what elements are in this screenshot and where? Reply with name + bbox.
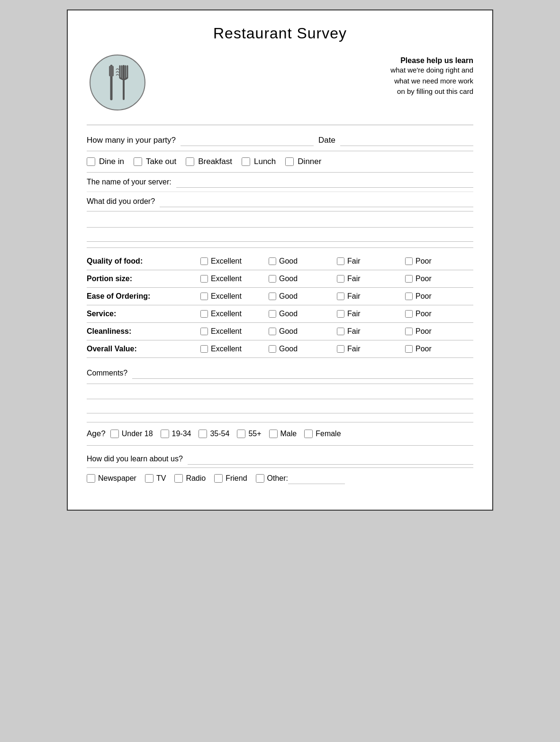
- portion-poor[interactable]: Poor: [405, 275, 473, 283]
- age-55plus[interactable]: 55+: [237, 430, 261, 438]
- learn-other-checkbox[interactable]: [256, 474, 264, 483]
- service-fair[interactable]: Fair: [337, 310, 405, 318]
- ease-poor-checkbox[interactable]: [405, 293, 413, 300]
- portion-poor-checkbox[interactable]: [405, 275, 413, 283]
- rating-row-quality: Quality of food: Excellent Good Fair Poo…: [87, 253, 473, 270]
- order-input[interactable]: [160, 196, 473, 207]
- ease-poor[interactable]: Poor: [405, 292, 473, 301]
- take-out-option[interactable]: Take out: [134, 157, 176, 166]
- service-excellent[interactable]: Excellent: [200, 310, 269, 318]
- age-35-54[interactable]: 35-54: [199, 430, 229, 438]
- learn-other-label: Other:: [267, 474, 288, 483]
- service-good-checkbox[interactable]: [269, 310, 276, 318]
- learn-newspaper[interactable]: Newspaper: [87, 474, 136, 483]
- quality-fair[interactable]: Fair: [337, 257, 405, 266]
- party-label: How many in your party?: [87, 136, 181, 145]
- service-good[interactable]: Good: [269, 310, 337, 318]
- dine-in-checkbox[interactable]: [87, 157, 95, 166]
- ease-good[interactable]: Good: [269, 292, 337, 301]
- value-good[interactable]: Good: [269, 345, 337, 353]
- quality-fair-checkbox[interactable]: [337, 257, 344, 265]
- gender-female-checkbox[interactable]: [304, 430, 313, 438]
- ease-excellent[interactable]: Excellent: [200, 292, 269, 301]
- divider-1: [87, 125, 473, 125]
- ease-excellent-checkbox[interactable]: [200, 293, 208, 300]
- age-19-34-checkbox[interactable]: [161, 430, 169, 438]
- value-fair[interactable]: Fair: [337, 345, 405, 353]
- page-title: Restaurant Survey: [87, 25, 473, 42]
- ease-fair[interactable]: Fair: [337, 292, 405, 301]
- lunch-label: Lunch: [254, 157, 276, 166]
- cleanliness-fair-checkbox[interactable]: [337, 328, 344, 335]
- dine-in-option[interactable]: Dine in: [87, 157, 124, 166]
- learn-input[interactable]: [188, 453, 473, 465]
- value-excellent[interactable]: Excellent: [200, 345, 269, 353]
- portion-good[interactable]: Good: [269, 275, 337, 283]
- learn-other-input[interactable]: [288, 473, 345, 484]
- quality-fair-label: Fair: [347, 257, 361, 266]
- gender-male-checkbox[interactable]: [269, 430, 278, 438]
- gender-female[interactable]: Female: [304, 430, 341, 438]
- restaurant-logo: [87, 52, 148, 113]
- lunch-checkbox[interactable]: [242, 157, 250, 166]
- portion-fair-checkbox[interactable]: [337, 275, 344, 283]
- quality-good-checkbox[interactable]: [269, 257, 276, 265]
- extra-lines: [87, 211, 473, 248]
- quality-excellent[interactable]: Excellent: [200, 257, 269, 266]
- value-poor[interactable]: Poor: [405, 345, 473, 353]
- rating-row-cleanliness: Cleanliness: Excellent Good Fair Poor: [87, 323, 473, 340]
- value-excellent-checkbox[interactable]: [200, 345, 208, 353]
- age-55plus-checkbox[interactable]: [237, 430, 245, 438]
- service-fair-checkbox[interactable]: [337, 310, 344, 318]
- learn-tv[interactable]: TV: [145, 474, 166, 483]
- age-35-54-checkbox[interactable]: [199, 430, 207, 438]
- date-input[interactable]: [340, 135, 473, 146]
- breakfast-option[interactable]: Breakfast: [186, 157, 232, 166]
- learn-friend[interactable]: Friend: [214, 474, 247, 483]
- portion-excellent-checkbox[interactable]: [200, 275, 208, 283]
- learn-tv-checkbox[interactable]: [145, 474, 154, 483]
- learn-newspaper-checkbox[interactable]: [87, 474, 95, 483]
- value-poor-checkbox[interactable]: [405, 345, 413, 353]
- gender-male[interactable]: Male: [269, 430, 297, 438]
- service-excellent-checkbox[interactable]: [200, 310, 208, 318]
- age-19-34[interactable]: 19-34: [161, 430, 191, 438]
- quality-good[interactable]: Good: [269, 257, 337, 266]
- portion-excellent[interactable]: Excellent: [200, 275, 269, 283]
- learn-friend-label: Friend: [226, 474, 247, 483]
- dinner-option[interactable]: Dinner: [285, 157, 321, 166]
- take-out-checkbox[interactable]: [134, 157, 142, 166]
- server-name-input[interactable]: [176, 176, 473, 188]
- learn-radio-checkbox[interactable]: [174, 474, 183, 483]
- learn-friend-checkbox[interactable]: [214, 474, 223, 483]
- comments-input[interactable]: [132, 367, 473, 379]
- quality-poor-checkbox[interactable]: [405, 257, 413, 265]
- cleanliness-poor-checkbox[interactable]: [405, 328, 413, 335]
- service-poor-checkbox[interactable]: [405, 310, 413, 318]
- breakfast-checkbox[interactable]: [186, 157, 194, 166]
- ease-fair-checkbox[interactable]: [337, 293, 344, 300]
- learn-other[interactable]: Other:: [256, 473, 345, 484]
- quality-poor[interactable]: Poor: [405, 257, 473, 266]
- value-fair-checkbox[interactable]: [337, 345, 344, 353]
- party-input[interactable]: [181, 135, 314, 146]
- portion-fair[interactable]: Fair: [337, 275, 405, 283]
- portion-good-checkbox[interactable]: [269, 275, 276, 283]
- dinner-checkbox[interactable]: [285, 157, 294, 166]
- cleanliness-good[interactable]: Good: [269, 327, 337, 336]
- cleanliness-fair[interactable]: Fair: [337, 327, 405, 336]
- cleanliness-good-checkbox[interactable]: [269, 328, 276, 335]
- value-good-checkbox[interactable]: [269, 345, 276, 353]
- meal-type-row: Dine in Take out Breakfast Lunch Dinner: [87, 151, 473, 173]
- lunch-option[interactable]: Lunch: [242, 157, 276, 166]
- cleanliness-excellent[interactable]: Excellent: [200, 327, 269, 336]
- age-under18[interactable]: Under 18: [110, 430, 153, 438]
- quality-excellent-checkbox[interactable]: [200, 257, 208, 265]
- cleanliness-excellent-checkbox[interactable]: [200, 328, 208, 335]
- learn-radio[interactable]: Radio: [174, 474, 206, 483]
- age-under18-checkbox[interactable]: [110, 430, 119, 438]
- quality-options: Excellent Good Fair Poor: [200, 257, 473, 266]
- ease-good-checkbox[interactable]: [269, 293, 276, 300]
- cleanliness-poor[interactable]: Poor: [405, 327, 473, 336]
- service-poor[interactable]: Poor: [405, 310, 473, 318]
